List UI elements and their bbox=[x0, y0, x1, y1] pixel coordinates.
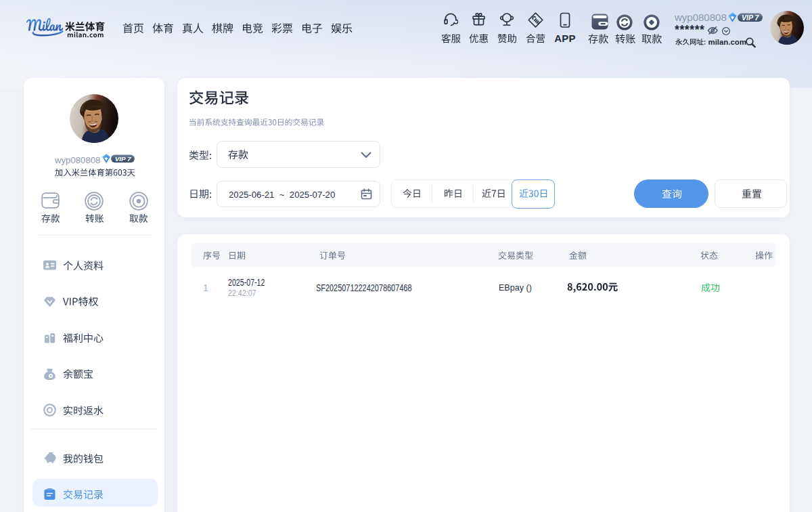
svg-text:VIP 7: VIP 7 bbox=[742, 13, 759, 21]
svg-text:VIP 7: VIP 7 bbox=[115, 155, 131, 163]
